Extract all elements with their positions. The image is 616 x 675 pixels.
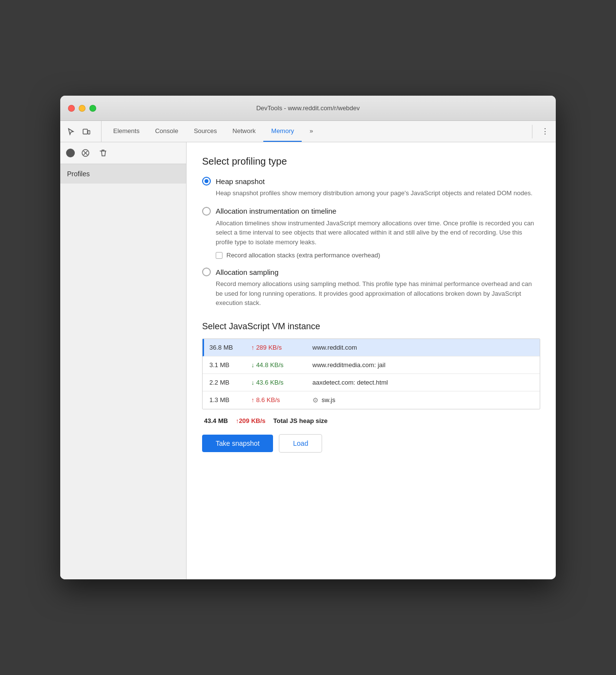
record-button[interactable]	[66, 149, 75, 157]
tab-network[interactable]: Network	[225, 121, 264, 142]
vm-rate-4: ↑ 8.6 KB/s	[251, 396, 305, 404]
vm-row[interactable]: 1.3 MB ↑ 8.6 KB/s ⚙ sw.js	[203, 391, 540, 409]
tabs: Elements Console Sources Network Memory …	[105, 121, 532, 142]
vm-memory-2: 3.1 MB	[209, 361, 243, 369]
vm-memory-3: 2.2 MB	[209, 379, 243, 386]
toolbar: Elements Console Sources Network Memory …	[60, 121, 556, 142]
device-toggle-icon[interactable]	[80, 125, 93, 138]
stop-button[interactable]	[79, 146, 92, 160]
tab-more[interactable]: »	[302, 121, 321, 142]
vm-rate-2: ↓ 44.8 KB/s	[251, 361, 305, 369]
sidebar-toolbar	[60, 142, 186, 164]
minimize-button[interactable]	[79, 105, 86, 112]
delete-button[interactable]	[96, 146, 110, 160]
take-snapshot-button[interactable]: Take snapshot	[202, 435, 273, 452]
heap-snapshot-desc: Heap snapshot profiles show memory distr…	[216, 188, 540, 198]
option-sampling: Allocation sampling Record memory alloca…	[202, 268, 540, 308]
heap-snapshot-label[interactable]: Heap snapshot	[202, 177, 540, 186]
footer-rate: ↑209 KB/s	[236, 417, 265, 424]
heap-radio[interactable]	[202, 177, 211, 186]
devtools-window: DevTools - www.reddit.com/r/webdev Eleme…	[60, 96, 556, 579]
kebab-menu-button[interactable]: ⋮	[538, 125, 552, 138]
svg-rect-1	[88, 131, 90, 134]
arrow-up-icon: ↑	[251, 396, 255, 404]
option-heap: Heap snapshot Heap snapshot profiles sho…	[202, 177, 540, 198]
vm-memory-4: 1.3 MB	[209, 396, 243, 404]
allocation-checkbox-row: Record allocation stacks (extra performa…	[216, 252, 540, 259]
tab-memory[interactable]: Memory	[263, 121, 302, 142]
window-title: DevTools - www.reddit.com/r/webdev	[256, 104, 359, 112]
vm-table: 36.8 MB ↑ 289 KB/s www.reddit.com 3.1 MB…	[202, 338, 540, 409]
vm-url-2: www.redditmedia.com: jail	[312, 361, 533, 369]
allocation-label[interactable]: Allocation instrumentation on timeline	[202, 207, 540, 216]
maximize-button[interactable]	[89, 105, 96, 112]
tab-sources[interactable]: Sources	[186, 121, 225, 142]
vm-memory-1: 36.8 MB	[209, 344, 243, 351]
vm-url-4: ⚙ sw.js	[312, 396, 533, 404]
profiling-type-title: Select profiling type	[202, 156, 540, 167]
toolbar-right: ⋮	[532, 125, 552, 138]
footer-label: Total JS heap size	[274, 417, 328, 424]
vm-rate-1: ↑ 289 KB/s	[251, 344, 305, 351]
vm-row[interactable]: 2.2 MB ↓ 43.6 KB/s aaxdetect.com: detect…	[203, 374, 540, 391]
toolbar-icons	[64, 121, 102, 142]
record-stacks-label: Record allocation stacks (extra performa…	[226, 252, 380, 259]
titlebar: DevTools - www.reddit.com/r/webdev	[60, 96, 556, 121]
allocation-radio[interactable]	[202, 207, 211, 216]
tab-elements[interactable]: Elements	[105, 121, 147, 142]
footer-stats: 43.4 MB ↑209 KB/s Total JS heap size	[202, 417, 540, 424]
traffic-lights	[68, 105, 96, 112]
content-area: Select profiling type Heap snapshot Heap…	[187, 142, 556, 579]
allocation-name: Allocation instrumentation on timeline	[216, 207, 336, 215]
svg-rect-0	[83, 129, 87, 134]
vm-rate-3: ↓ 43.6 KB/s	[251, 379, 305, 386]
vm-row[interactable]: 3.1 MB ↓ 44.8 KB/s www.redditmedia.com: …	[203, 356, 540, 374]
tab-console[interactable]: Console	[147, 121, 186, 142]
profiles-label: Profiles	[60, 164, 186, 184]
gear-icon: ⚙	[312, 396, 319, 404]
arrow-up-icon: ↑	[251, 344, 255, 351]
arrow-down-icon: ↓	[251, 361, 255, 369]
arrow-down-icon: ↓	[251, 379, 255, 386]
close-button[interactable]	[68, 105, 75, 112]
allocation-desc: Allocation timelines show instrumented J…	[216, 219, 540, 247]
record-stacks-checkbox[interactable]	[216, 252, 222, 259]
sampling-radio[interactable]	[202, 268, 211, 276]
sidebar: Profiles	[60, 142, 187, 579]
sampling-label[interactable]: Allocation sampling	[202, 268, 540, 276]
vm-url-3: aaxdetect.com: detect.html	[312, 379, 533, 386]
footer-memory: 43.4 MB	[204, 417, 228, 424]
load-button[interactable]: Load	[279, 434, 322, 453]
cursor-icon[interactable]	[64, 125, 78, 138]
buttons-row: Take snapshot Load	[202, 434, 540, 453]
profiling-options: Heap snapshot Heap snapshot profiles sho…	[202, 177, 540, 308]
vm-section-title: Select JavaScript VM instance	[202, 321, 540, 332]
sampling-name: Allocation sampling	[216, 268, 278, 276]
vm-url-1: www.reddit.com	[312, 344, 533, 351]
main-content: Profiles Select profiling type Heap snap…	[60, 142, 556, 579]
heap-snapshot-name: Heap snapshot	[216, 177, 265, 186]
option-allocation: Allocation instrumentation on timeline A…	[202, 207, 540, 259]
vm-row[interactable]: 36.8 MB ↑ 289 KB/s www.reddit.com	[203, 339, 540, 356]
sampling-desc: Record memory allocations using sampling…	[216, 279, 540, 308]
